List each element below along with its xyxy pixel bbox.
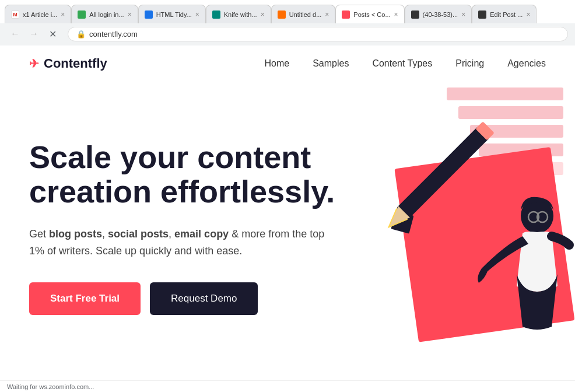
hero-subtitle: Get blog posts, social posts, email copy… [29, 226, 332, 260]
hero-title: Scale your content creation effortlessly… [29, 140, 339, 209]
reload-button[interactable]: ✕ [44, 26, 61, 42]
nav-link-pricing[interactable]: Pricing [455, 58, 484, 69]
tab-favicon-allogin [78, 10, 86, 19]
tab-postsco[interactable]: Posts < Co... × [335, 5, 404, 23]
svg-rect-0 [447, 88, 563, 100]
tab-close-htmltidy[interactable]: × [195, 10, 199, 19]
tab-close-postsco[interactable]: × [394, 10, 398, 19]
hero-svg [330, 82, 575, 362]
tab-editpost[interactable]: Edit Post ... × [472, 5, 537, 23]
subtitle-bold-3: email copy [174, 228, 229, 240]
tab-4038[interactable]: (40-38-53)... × [405, 5, 472, 23]
tab-label-untitled: Untitled d... [289, 11, 322, 18]
tab-bar: M x1 Article i... × All login in... × HT… [0, 0, 575, 23]
cta-buttons: Start Free Trial Request Demo [29, 282, 339, 315]
tab-allogin[interactable]: All login in... × [71, 5, 138, 23]
logo-text: Contentfly [44, 56, 107, 71]
tab-close-editpost[interactable]: × [526, 10, 530, 19]
tab-label-4038: (40-38-53)... [423, 11, 458, 18]
tab-label-allogin: All login in... [89, 11, 124, 18]
tab-untitled[interactable]: Untitled d... × [271, 5, 336, 23]
tab-favicon-editpost [478, 10, 486, 19]
tab-label-knife: Knife with... [224, 11, 257, 18]
status-text: Waiting for ws.zoominfo.com... [7, 383, 94, 390]
tab-favicon-4038 [411, 10, 419, 19]
tab-close-4038[interactable]: × [461, 10, 465, 19]
tab-label-gmail: x1 Article i... [23, 11, 57, 18]
request-demo-button[interactable]: Request Demo [150, 282, 258, 315]
subtitle-comma-1: , [102, 228, 108, 240]
hero-section: Scale your content creation effortlessly… [0, 82, 575, 350]
browser-chrome: M x1 Article i... × All login in... × HT… [0, 0, 575, 46]
tab-favicon-postsco [342, 10, 350, 19]
hero-text: Scale your content creation effortlessly… [29, 117, 339, 315]
website-content: ✈ Contentfly Home Samples Content Types … [0, 46, 575, 380]
url-bar[interactable]: 🔒 contentfly.com [68, 27, 568, 41]
tab-favicon-gmail: M [11, 10, 19, 19]
url-text: contentfly.com [89, 30, 138, 38]
tab-label-htmltidy: HTML Tidy... [156, 11, 192, 18]
svg-rect-1 [458, 106, 563, 119]
site-nav: ✈ Contentfly Home Samples Content Types … [0, 46, 575, 82]
nav-buttons: ← → ✕ [7, 26, 61, 42]
tab-label-editpost: Edit Post ... [490, 11, 523, 18]
back-button[interactable]: ← [7, 26, 23, 42]
lock-icon: 🔒 [76, 30, 86, 38]
start-free-trial-button[interactable]: Start Free Trial [29, 282, 141, 315]
subtitle-plain-start: Get [29, 228, 49, 240]
tab-close-gmail[interactable]: × [61, 10, 65, 19]
tab-knife[interactable]: Knife with... × [206, 5, 271, 23]
subtitle-bold-2: social posts [108, 228, 169, 240]
subtitle-bold-1: blog posts [49, 228, 102, 240]
nav-link-home[interactable]: Home [264, 58, 289, 69]
subtitle-comma-2: , [169, 228, 174, 240]
tab-favicon-htmltidy [145, 10, 153, 19]
nav-links: Home Samples Content Types Pricing Agenc… [264, 58, 546, 69]
forward-button[interactable]: → [26, 26, 42, 42]
tab-close-knife[interactable]: × [261, 10, 265, 19]
tab-label-postsco: Posts < Co... [353, 11, 390, 18]
tab-favicon-knife [212, 10, 220, 19]
nav-link-agencies[interactable]: Agencies [507, 58, 546, 69]
address-bar: ← → ✕ 🔒 contentfly.com [0, 23, 575, 46]
hero-illustration [330, 82, 575, 362]
nav-link-content-types[interactable]: Content Types [372, 58, 432, 69]
status-bar: Waiting for ws.zoominfo.com... [0, 380, 575, 392]
tab-close-allogin[interactable]: × [128, 10, 132, 19]
tab-htmltidy[interactable]: HTML Tidy... × [138, 5, 206, 23]
nav-link-samples[interactable]: Samples [313, 58, 349, 69]
tab-close-untitled[interactable]: × [325, 10, 329, 19]
logo: ✈ Contentfly [29, 56, 107, 71]
tab-favicon-untitled [278, 10, 286, 19]
logo-icon: ✈ [29, 57, 39, 71]
tab-gmail[interactable]: M x1 Article i... × [5, 5, 71, 23]
illustration-container [330, 82, 575, 362]
